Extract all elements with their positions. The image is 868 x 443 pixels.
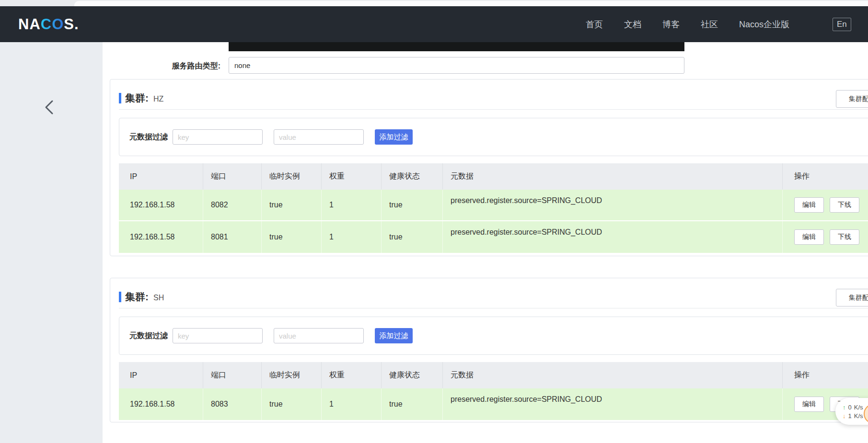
cell-ephemeral: true xyxy=(262,221,322,253)
cell-ip: 192.168.1.58 xyxy=(119,190,203,220)
metadata-filter-label: 元数据过滤 xyxy=(129,331,168,341)
cell-healthy: true xyxy=(382,190,443,220)
logo-text-s: S. xyxy=(64,16,79,33)
cell-metadata: preserved.register.source=SPRING_CLOUD xyxy=(443,221,783,253)
table-row: 192.168.1.58 8082 true 1 true preserved.… xyxy=(119,190,868,221)
cluster-config-button[interactable]: 集群配置 xyxy=(836,289,868,307)
cluster-config-button[interactable]: 集群配置 xyxy=(836,90,868,108)
header-cell-operations: 操作 xyxy=(783,362,868,388)
cell-port: 8082 xyxy=(203,190,262,220)
nav-item-community[interactable]: 社区 xyxy=(701,19,718,30)
header-cell-ephemeral: 临时实例 xyxy=(262,163,322,190)
browser-top-strip xyxy=(0,0,868,6)
add-filter-button[interactable]: 添加过滤 xyxy=(375,129,413,145)
left-sidebar xyxy=(0,42,103,443)
download-speed-unit: K/s xyxy=(854,412,863,420)
header-cell-healthy: 健康状态 xyxy=(382,362,443,388)
logo-text-co: CO xyxy=(41,16,64,33)
cluster-card-sh: 集群: SH 集群配置 元数据过滤 添加过滤 IP 端口 临时实例 权重 健康状… xyxy=(110,278,868,422)
cluster-card-hz: 集群: HZ 集群配置 元数据过滤 添加过滤 IP 端口 临时实例 权重 健康状… xyxy=(110,79,868,256)
filter-value-input[interactable] xyxy=(274,328,364,343)
nav-item-enterprise[interactable]: Nacos企业版 xyxy=(739,19,789,30)
cell-metadata: preserved.register.source=SPRING_CLOUD xyxy=(443,388,783,420)
header-cell-metadata: 元数据 xyxy=(443,163,783,190)
title-accent-bar xyxy=(119,93,121,103)
cell-metadata: preserved.register.source=SPRING_CLOUD xyxy=(443,190,783,220)
nav-item-blog[interactable]: 博客 xyxy=(662,19,680,30)
instances-table: IP 端口 临时实例 权重 健康状态 元数据 操作 192.168.1.58 8… xyxy=(119,362,868,420)
cell-ip: 192.168.1.58 xyxy=(119,221,203,253)
cell-port: 8083 xyxy=(203,388,262,420)
metadata-filter-bar: 元数据过滤 添加过滤 xyxy=(119,317,868,355)
table-row: 192.168.1.58 8081 true 1 true preserved.… xyxy=(119,221,868,253)
edit-instance-button[interactable]: 编辑 xyxy=(794,397,824,412)
service-route-type-input[interactable] xyxy=(229,57,684,74)
up-arrow-icon: ↑ xyxy=(843,404,846,411)
cell-operations: 编辑 下线 xyxy=(783,190,868,220)
cell-weight: 1 xyxy=(322,388,382,420)
table-row: 192.168.1.58 8083 true 1 true preserved.… xyxy=(119,388,868,420)
section-divider xyxy=(119,109,868,110)
filter-key-input[interactable] xyxy=(173,129,263,145)
header-cell-port: 端口 xyxy=(203,362,262,388)
cluster-name: HZ xyxy=(153,95,163,103)
metadata-editor-collapsed[interactable] xyxy=(229,42,684,51)
top-header: NACOS. 首页 文档 博客 社区 Nacos企业版 En na xyxy=(0,6,868,42)
header-cell-port: 端口 xyxy=(203,163,262,190)
table-header-row: IP 端口 临时实例 权重 健康状态 元数据 操作 xyxy=(119,163,868,190)
cell-port: 8081 xyxy=(203,221,262,253)
cluster-name: SH xyxy=(153,294,164,302)
cell-operations: 编辑 下线 xyxy=(783,221,868,253)
cell-ephemeral: true xyxy=(262,388,322,420)
table-header-row: IP 端口 临时实例 权重 健康状态 元数据 操作 xyxy=(119,362,868,388)
offline-instance-button[interactable]: 下线 xyxy=(830,229,859,245)
cell-healthy: true xyxy=(382,221,443,253)
language-toggle[interactable]: En xyxy=(833,18,851,31)
header-cell-metadata: 元数据 xyxy=(443,362,783,388)
edit-instance-button[interactable]: 编辑 xyxy=(794,197,824,213)
cluster-title: 集群: xyxy=(125,290,149,304)
header-cell-ip: IP xyxy=(119,163,203,190)
header-cell-healthy: 健康状态 xyxy=(382,163,443,190)
logo-text-na: NA xyxy=(18,16,41,33)
header-cell-weight: 权重 xyxy=(322,362,382,388)
nav-item-home[interactable]: 首页 xyxy=(586,19,603,30)
collapse-sidebar-icon[interactable] xyxy=(41,99,58,116)
browser-tab-shape xyxy=(74,1,868,6)
edit-instance-button[interactable]: 编辑 xyxy=(794,229,824,245)
filter-value-input[interactable] xyxy=(274,129,364,145)
upload-speed-value: 0 xyxy=(848,404,852,411)
cell-ephemeral: true xyxy=(262,190,322,220)
title-accent-bar xyxy=(119,292,121,302)
instances-table: IP 端口 临时实例 权重 健康状态 元数据 操作 192.168.1.58 8… xyxy=(119,163,868,253)
cell-healthy: true xyxy=(382,388,443,420)
metadata-filter-bar: 元数据过滤 添加过滤 xyxy=(119,118,868,156)
header-cell-operations: 操作 xyxy=(783,163,868,190)
nacos-logo[interactable]: NACOS. xyxy=(18,6,79,42)
cluster-title: 集群: xyxy=(125,91,149,105)
filter-key-input[interactable] xyxy=(173,328,263,343)
download-speed-value: 1 xyxy=(848,412,852,420)
down-arrow-icon: ↓ xyxy=(843,412,846,420)
cluster-header: 集群: HZ 集群配置 xyxy=(119,89,868,107)
cell-ip: 192.168.1.58 xyxy=(119,388,203,420)
upload-speed-unit: K/s xyxy=(854,404,863,411)
service-route-type-label: 服务路由类型: xyxy=(144,61,220,71)
network-speed-widget[interactable]: ↑ 0 K/s ↓ 1 K/s xyxy=(835,398,868,425)
cluster-header: 集群: SH 集群配置 xyxy=(119,288,868,306)
header-cell-ephemeral: 临时实例 xyxy=(262,362,322,388)
header-cell-ip: IP xyxy=(119,362,203,388)
metadata-filter-label: 元数据过滤 xyxy=(129,132,168,142)
cell-weight: 1 xyxy=(322,221,382,253)
add-filter-button[interactable]: 添加过滤 xyxy=(375,328,413,343)
cell-weight: 1 xyxy=(322,190,382,220)
nav-item-docs[interactable]: 文档 xyxy=(624,19,641,30)
header-nav: 首页 文档 博客 社区 Nacos企业版 En na xyxy=(586,6,868,42)
section-divider xyxy=(119,308,868,308)
header-cell-weight: 权重 xyxy=(322,163,382,190)
offline-instance-button[interactable]: 下线 xyxy=(830,197,859,213)
